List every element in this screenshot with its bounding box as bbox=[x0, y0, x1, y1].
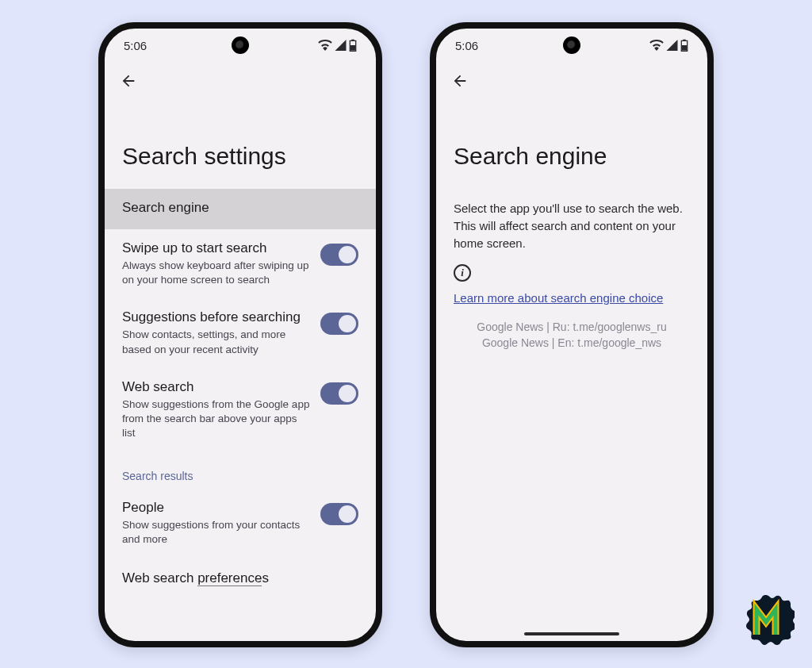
status-time: 5:06 bbox=[455, 39, 478, 52]
svg-rect-2 bbox=[683, 40, 685, 41]
row-desc: Always show keyboard after swiping up on… bbox=[122, 259, 311, 287]
svg-rect-1 bbox=[350, 45, 355, 51]
learn-more-link[interactable]: Learn more about search engine choice bbox=[436, 285, 680, 305]
toggle-swipe-up[interactable] bbox=[320, 244, 358, 266]
row-web-search[interactable]: Web search Show suggestions from the Goo… bbox=[105, 368, 376, 452]
row-desc: Show suggestions from the Google app fro… bbox=[122, 397, 311, 441]
svg-rect-3 bbox=[682, 45, 687, 51]
row-suggestions[interactable]: Suggestions before searching Show contac… bbox=[105, 298, 376, 367]
info-icon: i bbox=[454, 264, 471, 282]
source-logo bbox=[737, 593, 795, 651]
wifi-icon bbox=[649, 40, 664, 51]
settings-list: Search engine Swipe up to start search A… bbox=[105, 189, 376, 586]
body-text: Select the app you'll use to search the … bbox=[436, 189, 707, 261]
page-title: Search settings bbox=[105, 111, 376, 189]
row-title: People bbox=[122, 500, 311, 516]
row-web-search-preferences[interactable]: Web search preferences bbox=[105, 558, 376, 586]
svg-rect-0 bbox=[351, 40, 354, 41]
arrow-left-icon bbox=[120, 72, 137, 90]
row-desc: Show contacts, settings, and more based … bbox=[122, 328, 311, 356]
back-button[interactable] bbox=[114, 67, 143, 95]
toggle-web-search[interactable] bbox=[320, 382, 358, 405]
camera-cutout bbox=[563, 36, 580, 54]
row-people[interactable]: People Show suggestions from your contac… bbox=[105, 489, 376, 558]
row-title: Swipe up to start search bbox=[122, 240, 311, 256]
row-desc: Show suggestions from your contacts and … bbox=[122, 518, 311, 547]
status-icons bbox=[649, 39, 688, 52]
arrow-left-icon bbox=[451, 72, 469, 90]
toggle-suggestions[interactable] bbox=[320, 313, 358, 335]
wifi-icon bbox=[318, 40, 332, 51]
gesture-bar[interactable] bbox=[524, 632, 619, 635]
cellular-icon bbox=[335, 40, 347, 51]
phone-right: 5:06 Search engine Select the app you'll… bbox=[430, 22, 714, 647]
cellular-icon bbox=[666, 40, 678, 51]
battery-icon bbox=[680, 39, 688, 52]
back-button[interactable] bbox=[446, 67, 474, 95]
row-title: Web search bbox=[122, 379, 311, 395]
section-label: Search results bbox=[105, 452, 376, 489]
row-title: Search engine bbox=[122, 200, 358, 216]
status-time: 5:06 bbox=[124, 39, 147, 52]
phone-left: 5:06 Search settings Search engine Swipe… bbox=[98, 22, 382, 647]
page-title: Search engine bbox=[436, 111, 707, 189]
row-search-engine[interactable]: Search engine bbox=[105, 189, 376, 229]
status-icons bbox=[318, 39, 357, 52]
row-swipe-up[interactable]: Swipe up to start search Always show key… bbox=[105, 229, 376, 298]
watermark: Google News | Ru: t.me/googlenws_ru Goog… bbox=[436, 305, 707, 351]
battery-icon bbox=[349, 39, 357, 52]
toggle-people[interactable] bbox=[320, 503, 358, 525]
camera-cutout bbox=[232, 36, 249, 54]
row-title: Suggestions before searching bbox=[122, 309, 311, 325]
